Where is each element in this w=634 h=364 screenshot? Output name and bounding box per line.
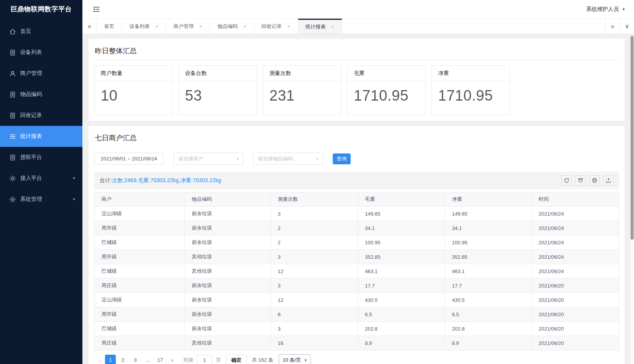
page-button-1[interactable]: 1: [105, 355, 116, 364]
yesterday-summary-panel: 昨日整体汇总 商户数量10设备台数53测量次数231毛重1710.95净重171…: [89, 39, 625, 121]
page-button-2[interactable]: 2: [117, 355, 128, 364]
page-button-3[interactable]: 3: [130, 355, 141, 364]
table-cell: 2021/06/24: [531, 264, 619, 279]
vertical-scrollbar: [630, 35, 634, 364]
table-cell: 149.65: [445, 207, 531, 221]
refresh-button[interactable]: [561, 175, 572, 186]
tab-home[interactable]: 首页: [97, 19, 122, 34]
table-toolbar: 合计:次数:2469,毛重:70303.22kg,净重:70303.22kg: [94, 172, 619, 189]
prev-page-button[interactable]: ‹: [95, 355, 105, 364]
chevron-down-icon: ▼: [72, 197, 76, 201]
table-cell: 周庄镇: [94, 336, 185, 350]
doc-icon: [9, 154, 16, 161]
tab-label: 设备列表: [129, 23, 150, 30]
stat-card: 设备台数53: [178, 65, 257, 115]
query-button[interactable]: 查询: [333, 153, 351, 164]
sidebar-item-access-platform[interactable]: 接入平台▼: [0, 168, 82, 189]
sidebar-item-home[interactable]: 首页: [0, 21, 82, 42]
user-name: 系统维护人员: [586, 6, 619, 13]
table-cell: 352.85: [445, 250, 531, 264]
tab-device-list[interactable]: 设备列表×: [122, 19, 166, 34]
item-code-select[interactable]: 请选择物品编码 ▼: [253, 153, 323, 165]
merchant-select-placeholder: 请选择商户: [178, 155, 203, 162]
column-header: 毛重: [358, 192, 445, 207]
item-code-select-placeholder: 请选择物品编码: [258, 155, 293, 162]
totals-value: 次数:2469,毛重:70303.22kg,净重:70303.22kg: [112, 177, 221, 183]
total-records-label: 共 162 条: [252, 357, 273, 364]
table-cell: 2021/06/24: [531, 207, 619, 221]
table-cell: 其他垃圾: [185, 336, 271, 350]
page-content: 昨日整体汇总 商户数量10设备台数53测量次数231毛重1710.95净重171…: [82, 34, 634, 364]
date-range-input[interactable]: [94, 153, 164, 165]
table-cell: 巴城镇: [94, 235, 185, 250]
stat-card-value: 53: [179, 81, 257, 115]
close-icon[interactable]: ×: [331, 24, 334, 30]
tabs-scroll-left-button[interactable]: «: [82, 19, 97, 34]
doc-icon: [9, 112, 16, 119]
table-cell: 2021/06/20: [531, 293, 619, 307]
page-button-17[interactable]: 17: [155, 355, 166, 364]
table-cell: 其他垃圾: [185, 264, 271, 279]
printer-icon: [592, 178, 597, 183]
gear-icon: [9, 196, 16, 203]
tab-merchants[interactable]: 商户管理×: [166, 19, 210, 34]
column-header: 物品编码: [185, 192, 271, 207]
home-icon: [9, 28, 16, 35]
table-cell: 17.7: [358, 279, 445, 293]
table-cell: 6.5: [358, 307, 445, 322]
sidebar-item-reports[interactable]: 统计报表: [0, 126, 82, 147]
table-cell: 100.95: [445, 235, 531, 250]
tab-label: 统计报表: [306, 23, 326, 30]
double-chevron-right-icon: »: [611, 23, 615, 30]
next-page-button[interactable]: ›: [167, 355, 177, 364]
close-icon[interactable]: ×: [199, 24, 202, 29]
page-size-select[interactable]: 10 条/页 ∨: [279, 354, 311, 364]
stat-cards: 商户数量10设备台数53测量次数231毛重1710.95净重1710.95: [94, 65, 619, 115]
sidebar-item-label: 统计报表: [20, 133, 42, 140]
sidebar-item-auth-platform[interactable]: 授权平台: [0, 147, 82, 168]
tab-recycle-log[interactable]: 回收记录×: [254, 19, 298, 34]
sidebar-item-item-codes[interactable]: 物品编码: [0, 84, 82, 105]
table-row: 周庄镇其他垃圾168.98.92021/06/20: [94, 336, 619, 350]
table-row: 巴城镇厨余垃圾2100.95100.952021/06/24: [94, 235, 619, 250]
column-settings-button[interactable]: [575, 175, 586, 186]
app-title: 巨鼎物联网数字平台: [0, 0, 82, 19]
double-chevron-left-icon: «: [88, 23, 91, 30]
confirm-page-button[interactable]: 确定: [226, 354, 247, 364]
tab-reports[interactable]: 统计报表×: [298, 19, 342, 34]
table-cell: 周庄镇: [94, 279, 185, 293]
sidebar-item-merchants[interactable]: 商户管理: [0, 63, 82, 84]
table-cell: 2: [271, 221, 358, 235]
tabs-scroll-right-button[interactable]: »: [605, 19, 620, 34]
chevron-down-icon: ∨: [304, 358, 307, 362]
chevron-down-icon: ▼: [72, 176, 76, 180]
user-menu[interactable]: 系统维护人员 ▼: [586, 6, 625, 13]
sidebar-item-label: 接入平台: [20, 175, 42, 182]
sidebar-item-recycle-log[interactable]: 回收记录: [0, 105, 82, 126]
table-cell: 厨余垃圾: [185, 279, 271, 293]
table-cell: 3: [271, 279, 358, 293]
tabs-menu-button[interactable]: ∨: [620, 19, 634, 34]
stat-card: 测量次数231: [263, 65, 341, 115]
scrollbar-thumb[interactable]: [631, 36, 634, 240]
sidebar-item-device-list[interactable]: 设备列表: [0, 42, 82, 63]
tab-label: 商户管理: [173, 23, 194, 30]
export-button[interactable]: [603, 175, 614, 186]
close-icon[interactable]: ×: [155, 24, 158, 29]
merchant-select[interactable]: 请选择商户 ▼: [173, 153, 243, 165]
table-cell: 厨余垃圾: [185, 221, 271, 235]
close-icon[interactable]: ×: [287, 24, 290, 29]
table-cell: 8.9: [358, 336, 445, 350]
tab-item-codes[interactable]: 物品编码×: [210, 19, 254, 34]
sidebar-item-system-mgmt[interactable]: 系统管理▼: [0, 189, 82, 210]
table-row: 周市镇其他垃圾3352.85352.852021/06/24: [94, 250, 619, 264]
sidebar-item-label: 授权平台: [20, 154, 42, 161]
report-filters: 请选择商户 ▼ 请选择物品编码 ▼ 查询: [94, 153, 619, 165]
tabbar: « 首页设备列表×商户管理×物品编码×回收记录×统计报表× » ∨: [82, 18, 634, 34]
table-cell: 周市镇: [94, 307, 185, 322]
collapse-sidebar-button[interactable]: [92, 5, 101, 14]
goto-page-input[interactable]: [197, 355, 212, 364]
print-button[interactable]: [589, 175, 600, 186]
close-icon[interactable]: ×: [243, 24, 246, 29]
table-cell: 3: [271, 250, 358, 264]
